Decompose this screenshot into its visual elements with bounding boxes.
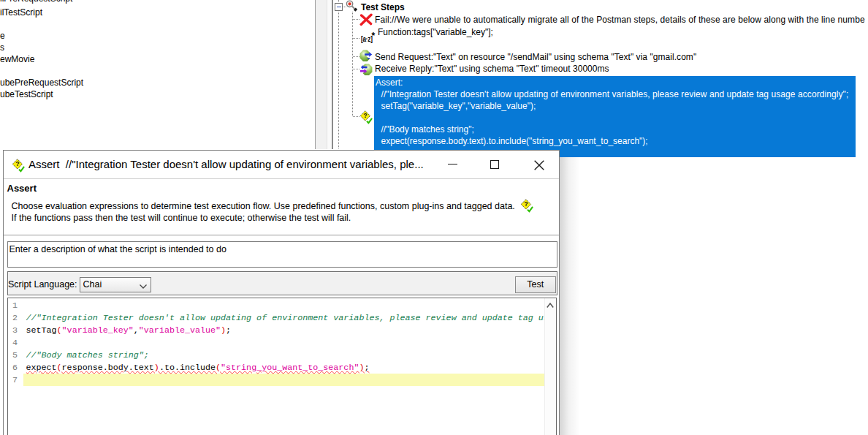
svg-text:?: ? xyxy=(16,160,20,167)
svg-text:?: ? xyxy=(364,112,368,119)
svg-text:?: ? xyxy=(525,200,528,208)
